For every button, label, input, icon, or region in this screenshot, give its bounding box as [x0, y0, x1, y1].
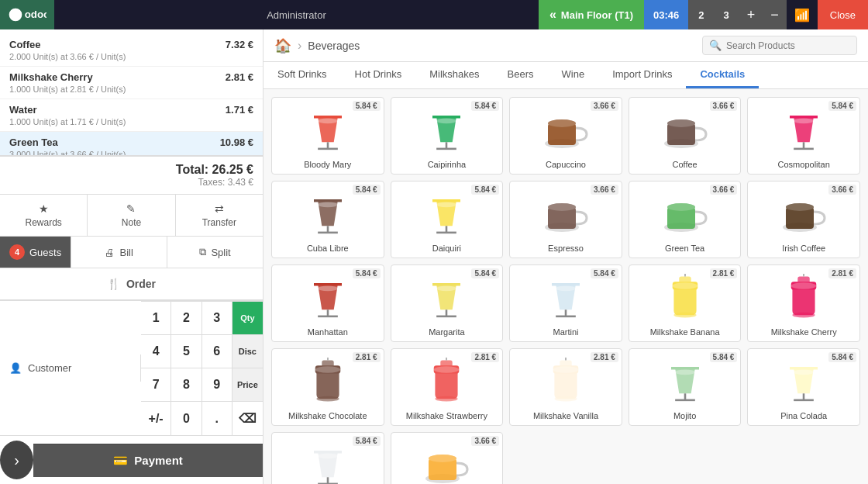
order-item[interactable]: Green Tea 10.98 € 3.000 Unit(s) at 3.66 …	[0, 132, 263, 155]
numpad-key-5[interactable]: 5	[171, 334, 202, 368]
product-card[interactable]: 2.81 € Milkshake Strawberry	[391, 348, 504, 426]
svg-rect-74	[316, 369, 339, 399]
payment-arrow-button[interactable]: ›	[0, 441, 33, 479]
product-card[interactable]: 3.66 € Yellow Tea	[391, 432, 504, 484]
product-card[interactable]: 5.84 € Cuba Libre	[271, 181, 384, 258]
product-name: Coffee	[672, 160, 697, 169]
product-card[interactable]: 5.84 € White Russian	[271, 432, 384, 484]
top-bar: odoo Administrator « Main Floor (T1) 03:…	[0, 0, 868, 29]
product-name: Daiquiri	[432, 244, 461, 253]
svg-point-11	[437, 118, 457, 123]
numpad-key-7[interactable]: 7	[141, 368, 171, 401]
product-card[interactable]: 3.66 € Coffee	[629, 97, 742, 175]
cat-tab-wine[interactable]: Wine	[548, 62, 599, 88]
product-card[interactable]: 3.66 € Espresso	[509, 181, 622, 258]
numpad-key-Disc[interactable]: Disc	[232, 334, 263, 368]
timer-minus-button[interactable]: −	[763, 0, 787, 29]
svg-point-19	[667, 119, 695, 127]
payment-button[interactable]: 💳 Payment	[33, 444, 263, 477]
numpad-key-2[interactable]: 2	[171, 301, 202, 334]
cat-tab-cocktail[interactable]: Cocktails	[686, 62, 759, 88]
cat-tab-soft[interactable]: Soft Drinks	[264, 62, 341, 88]
timer-1-button[interactable]: 03:46	[644, 0, 689, 29]
numpad-key-3[interactable]: 3	[202, 301, 232, 334]
product-card[interactable]: 3.66 € Green Tea	[629, 181, 742, 258]
product-card[interactable]: 5.84 € Daiquiri	[391, 181, 504, 258]
product-card[interactable]: 5.84 € Cosmopolitan	[747, 97, 860, 175]
note-button[interactable]: ✎ Note	[88, 195, 175, 236]
numpad-key-9[interactable]: 9	[202, 368, 232, 401]
svg-point-46	[786, 203, 814, 211]
numpad-key-4[interactable]: 4	[141, 334, 171, 368]
transfer-button[interactable]: ⇄ Transfer	[176, 195, 263, 236]
order-item[interactable]: Water 1.71 € 1.000 Unit(s) at 1.71 € / U…	[0, 99, 263, 132]
product-card[interactable]: 2.81 € Milkshake Vanilla	[509, 348, 622, 426]
customer-button[interactable]: 👤 Customer	[0, 354, 141, 382]
timer-2-button[interactable]: 2	[689, 0, 714, 29]
numpad-key-6[interactable]: 6	[202, 334, 232, 368]
numpad-key-Qty[interactable]: Qty	[232, 301, 263, 334]
product-image	[654, 270, 716, 324]
svg-point-73	[791, 282, 817, 289]
split-button[interactable]: ⧉ Split	[167, 237, 263, 268]
product-name: Milkshake Vanilla	[533, 411, 598, 420]
product-card[interactable]: 5.84 € Manhattan	[271, 264, 384, 342]
cat-tab-beer[interactable]: Beers	[494, 62, 548, 88]
svg-point-0	[9, 9, 22, 22]
taxes-label: Taxes:	[198, 177, 226, 188]
product-card[interactable]: 5.84 € Martini	[509, 264, 622, 342]
numpad-bottom: › 💳 Payment	[0, 435, 263, 484]
numpad-key-1[interactable]: 1	[141, 301, 171, 334]
product-card[interactable]: 3.66 € Capuccino	[509, 97, 622, 175]
order-item[interactable]: Milkshake Cherry 2.81 € 1.000 Unit(s) at…	[0, 67, 263, 99]
guests-button[interactable]: 4 Guests	[0, 237, 71, 268]
svg-point-56	[437, 285, 457, 291]
numpad-top: 👤 Customer 123Qty456Disc789Price+/-0.⌫	[0, 301, 263, 435]
product-card[interactable]: 5.84 € Mojito	[629, 348, 742, 426]
floor-button[interactable]: « Main Floor (T1)	[539, 0, 644, 29]
product-name: Caipirinha	[428, 160, 467, 169]
product-price: 2.81 €	[353, 352, 381, 362]
svg-point-34	[437, 202, 457, 207]
timer-2-value: 2	[698, 9, 704, 21]
main-layout: Coffee 7.32 € 2.000 Unit(s) at 3.66 € / …	[0, 29, 868, 484]
numpad-key-Price[interactable]: Price	[232, 368, 263, 401]
timer-plus-button[interactable]: +	[739, 0, 763, 29]
search-input[interactable]	[726, 40, 850, 51]
svg-point-110	[429, 455, 456, 462]
numpad-key-8[interactable]: 8	[171, 368, 202, 401]
svg-rect-62	[673, 285, 696, 315]
product-price: 5.84 €	[828, 101, 856, 111]
numpad-key-[interactable]: ⌫	[232, 401, 263, 435]
product-price: 2.81 €	[471, 352, 499, 362]
product-card[interactable]: 2.81 € Milkshake Chocolate	[271, 348, 384, 426]
product-image	[773, 354, 835, 408]
item-name: Coffee	[9, 39, 40, 50]
cat-tab-import[interactable]: Import Drinks	[598, 62, 686, 88]
order-icon: 🍴	[107, 278, 120, 290]
product-card[interactable]: 5.84 € Margarita	[391, 264, 504, 342]
product-card[interactable]: 5.84 € Caipirinha	[391, 97, 504, 175]
order-button[interactable]: 🍴 Order	[0, 268, 263, 299]
customer-label: Customer	[28, 362, 71, 374]
product-card[interactable]: 3.66 € Irish Coffee	[747, 181, 860, 258]
product-image	[535, 102, 597, 157]
cat-tab-hot[interactable]: Hot Drinks	[341, 62, 416, 88]
product-card[interactable]: 2.81 € Milkshake Cherry	[747, 264, 860, 342]
total-value: 26.25 €	[212, 163, 253, 176]
timer-3-button[interactable]: 3	[714, 0, 739, 29]
rewards-button[interactable]: ★ Rewards	[0, 195, 88, 236]
cat-tab-milk[interactable]: Milkshakes	[415, 62, 493, 88]
numpad-key-[interactable]: .	[202, 401, 232, 435]
home-icon[interactable]: 🏠	[274, 37, 291, 54]
numpad-key-[interactable]: +/-	[141, 401, 171, 435]
product-card[interactable]: 5.84 € Bloody Mary	[271, 97, 384, 175]
product-card[interactable]: 5.84 € Pina Colada	[747, 348, 860, 426]
product-card[interactable]: 2.81 € Milkshake Banana	[629, 264, 742, 342]
order-item[interactable]: Coffee 7.32 € 2.000 Unit(s) at 3.66 € / …	[0, 34, 263, 67]
numpad-key-0[interactable]: 0	[171, 401, 202, 435]
product-name: Milkshake Strawberry	[406, 411, 487, 420]
close-button[interactable]: Close	[818, 0, 868, 29]
products-grid: 5.84 € Bloody Mary 5.84 € Caipirinha 3.6…	[271, 97, 860, 484]
bill-button[interactable]: 🖨 Bill	[71, 237, 167, 268]
